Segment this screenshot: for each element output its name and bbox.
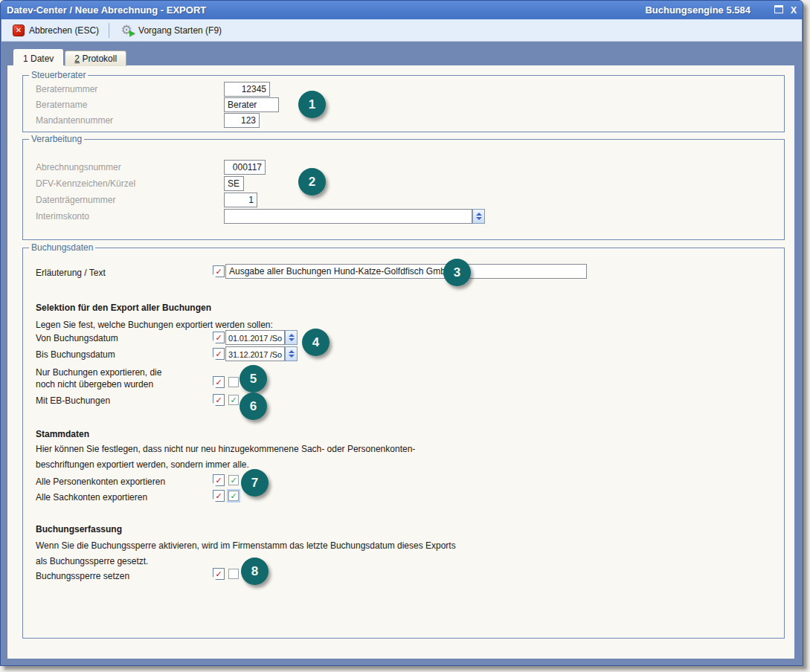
- callout-badge-7: 7: [241, 469, 269, 497]
- tab-frame: 1 Datev 2 Protokoll Steuerberater Berate…: [1, 42, 802, 665]
- group-buchungsdaten: Buchungsdaten Erläuterung / Text ✓ Ausga…: [22, 248, 785, 639]
- tab-strip: 1 Datev 2 Protokoll: [13, 48, 126, 66]
- stammdaten-description-line1: Hier können Sie festlegen, dass nicht nu…: [36, 444, 415, 454]
- selektion-heading: Selektion für den Export aller Buchungen: [36, 303, 211, 313]
- personenkonten-label: Alle Personenkonten exportieren: [36, 476, 165, 487]
- group-verarbeitung: Verarbeitung Abrechnungsnummer 000117 DF…: [22, 139, 785, 240]
- restore-icon: [774, 5, 783, 13]
- datentraegernummer-label: Datenträgernummer: [36, 195, 115, 205]
- interimskonto-label: Interimskonto: [36, 211, 89, 222]
- group-steuerberater-legend: Steuerberater: [29, 70, 88, 80]
- sachkonten-label: Alle Sachkonten exportieren: [36, 492, 147, 503]
- toolbar-separator: [109, 23, 109, 38]
- buchungssperre-override-red-check-icon[interactable]: ✓: [213, 568, 225, 580]
- interimskonto-field[interactable]: [224, 209, 472, 224]
- callout-badge-5: 5: [240, 365, 267, 392]
- dfv-kennzeichen-label: DFV-Kennzeichen/Kürzel: [36, 178, 135, 189]
- close-icon: X: [791, 5, 797, 16]
- erlaeuterung-label: Erläuterung / Text: [36, 268, 106, 278]
- abrechnungsnummer-field[interactable]: 000117: [224, 160, 266, 175]
- buchungserfassung-description-line2: als Buchungssperre gesetzt.: [36, 556, 148, 566]
- mit-eb-checkbox[interactable]: ✓: [228, 395, 239, 405]
- von-buchungsdatum-label: Von Buchungsdatum: [36, 333, 118, 343]
- restore-button[interactable]: [774, 5, 783, 16]
- title-bar: Datev-Center / Neue Abrechnung - EXPORT …: [1, 1, 803, 19]
- callout-badge-4: 4: [302, 329, 330, 356]
- bis-buchungsdatum-field[interactable]: 31.12.2017 /So: [225, 346, 285, 361]
- group-steuerberater: Steuerberater Beraternummer 12345 Berate…: [22, 75, 785, 132]
- gear-run-icon: ⚙: [119, 23, 134, 38]
- selektion-description: Legen Sie fest, welche Buchungen exporti…: [36, 320, 273, 330]
- beraternummer-label: Beraternummer: [36, 84, 97, 94]
- callout-badge-6: 6: [240, 392, 267, 420]
- mandantennummer-label: Mandantennummer: [36, 115, 113, 126]
- stammdaten-heading: Stammdaten: [36, 429, 89, 439]
- window-title: Datev-Center / Neue Abrechnung - EXPORT: [7, 4, 645, 16]
- von-buchungsdatum-field[interactable]: 01.01.2017 /So: [225, 330, 285, 345]
- bis-date-spinner[interactable]: [285, 346, 298, 361]
- von-date-spinner[interactable]: [285, 330, 298, 345]
- buchungserfassung-description-line1: Wenn Sie die Buchungssperre aktivieren, …: [36, 540, 456, 551]
- nur-uebergeben-override-red-check-icon[interactable]: ✓: [213, 376, 225, 388]
- erlaeuterung-text-field[interactable]: Ausgabe aller Buchungen Hund-Katze-Golfd…: [225, 264, 587, 279]
- tab-datev[interactable]: 1 Datev: [13, 49, 63, 67]
- callout-badge-3: 3: [443, 259, 471, 286]
- nur-uebergeben-label-line2: noch nicht übergeben wurden: [36, 379, 153, 390]
- nur-uebergeben-label-line1: Nur Buchungen exportieren, die: [36, 367, 161, 378]
- start-process-label: Vorgang Starten (F9): [138, 25, 222, 36]
- buchungssperre-checkbox[interactable]: ✓: [228, 569, 239, 579]
- callout-badge-1: 1: [298, 91, 326, 118]
- bis-override-red-check-icon[interactable]: ✓: [213, 348, 225, 360]
- mit-eb-label: Mit EB-Buchungen: [36, 395, 110, 406]
- stammdaten-description-line2: beschriftungen exportiert werden, sonder…: [36, 459, 249, 470]
- abrechnungsnummer-label: Abrechnungsnummer: [36, 162, 121, 172]
- callout-badge-8: 8: [241, 558, 269, 585]
- app-version-label: Buchungsengine 5.584: [645, 4, 750, 16]
- nur-uebergeben-checkbox[interactable]: ✓: [228, 377, 239, 387]
- mandantennummer-field[interactable]: 123: [224, 113, 260, 128]
- beratername-field[interactable]: Berater: [224, 97, 279, 112]
- tab-protokoll[interactable]: 2 Protokoll: [65, 51, 126, 66]
- toolbar: ✕ Abbrechen (ESC) ⚙ Vorgang Starten (F9): [1, 19, 802, 42]
- dfv-kennzeichen-field[interactable]: SE: [224, 176, 244, 191]
- beratername-label: Beratername: [36, 100, 87, 110]
- cancel-button[interactable]: ✕ Abbrechen (ESC): [7, 22, 104, 39]
- bis-buchungsdatum-label: Bis Buchungsdatum: [36, 349, 115, 360]
- start-process-button[interactable]: ⚙ Vorgang Starten (F9): [114, 21, 227, 40]
- tab-page-datev: Steuerberater Beraternummer 12345 Berate…: [7, 65, 794, 659]
- personenkonten-checkbox[interactable]: ✓: [228, 475, 239, 485]
- close-button[interactable]: X: [791, 5, 797, 16]
- sachkonten-override-red-check-icon[interactable]: ✓: [213, 490, 225, 502]
- erlaeuterung-override-red-check-icon[interactable]: ✓: [213, 265, 225, 277]
- group-verarbeitung-legend: Verarbeitung: [29, 134, 84, 144]
- sachkonten-checkbox[interactable]: ✓: [228, 491, 239, 501]
- interimskonto-spinner[interactable]: [472, 209, 485, 224]
- datentraegernummer-field[interactable]: 1: [224, 193, 257, 207]
- group-buchungsdaten-legend: Buchungsdaten: [29, 242, 95, 253]
- personenkonten-override-red-check-icon[interactable]: ✓: [213, 474, 225, 486]
- von-override-red-check-icon[interactable]: ✓: [213, 332, 225, 343]
- beraternummer-field[interactable]: 12345: [224, 82, 270, 97]
- mit-eb-override-red-check-icon[interactable]: ✓: [213, 394, 225, 406]
- callout-badge-2: 2: [298, 168, 326, 196]
- cancel-x-icon: ✕: [13, 25, 25, 36]
- buchungssperre-label: Buchungssperre setzen: [36, 571, 129, 581]
- buchungserfassung-heading: Buchungserfassung: [36, 524, 122, 534]
- app-window: Datev-Center / Neue Abrechnung - EXPORT …: [0, 0, 803, 666]
- cancel-button-label: Abbrechen (ESC): [29, 25, 99, 36]
